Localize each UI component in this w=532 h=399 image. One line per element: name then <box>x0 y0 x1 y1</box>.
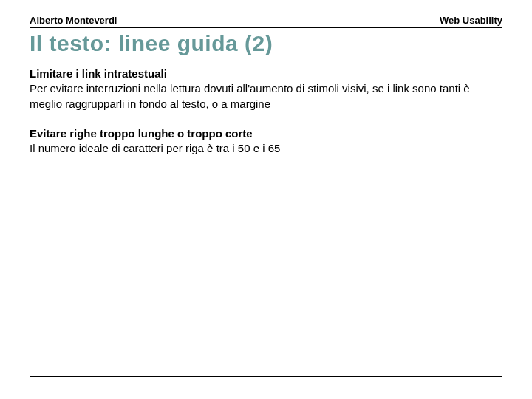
section-block: Limitare i link intratestuali Per evitar… <box>30 66 502 112</box>
section-block: Evitare righe troppo lunghe o troppo cor… <box>30 126 502 157</box>
author-name: Alberto Monteverdi <box>30 15 117 26</box>
section-body: Per evitare interruzioni nella lettura d… <box>30 81 502 112</box>
slide-header: Alberto Monteverdi Web Usability <box>30 15 502 28</box>
section-heading: Evitare righe troppo lunghe o troppo cor… <box>30 126 502 141</box>
topic-label: Web Usability <box>440 15 502 26</box>
footer-divider <box>30 376 502 377</box>
section-body: Il numero ideale di caratteri per riga è… <box>30 141 502 156</box>
slide-title: Il testo: linee guida (2) <box>30 31 502 56</box>
section-heading: Limitare i link intratestuali <box>30 66 502 81</box>
